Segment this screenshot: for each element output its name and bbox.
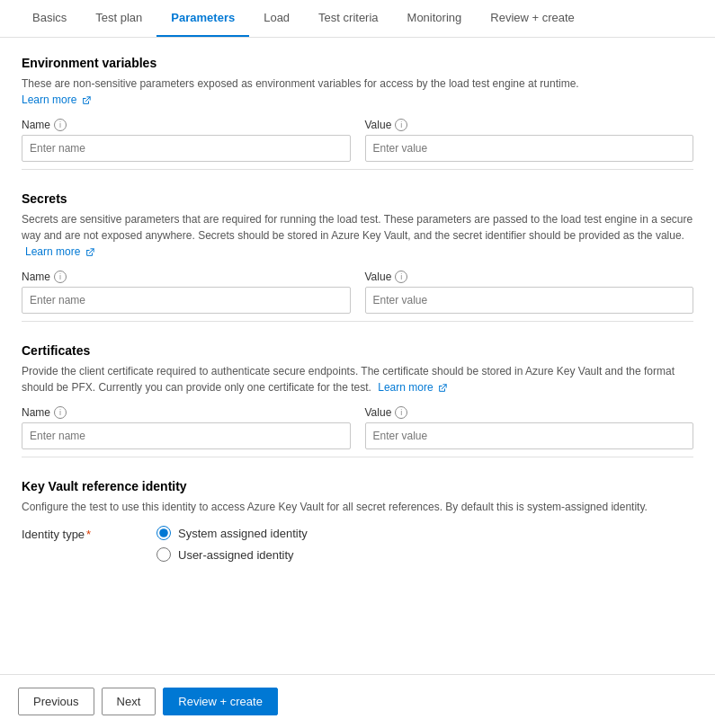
- env-vars-value-group: Value i: [365, 119, 694, 162]
- secrets-divider: [22, 321, 693, 322]
- certificates-section: Certificates Provide the client certific…: [22, 343, 693, 457]
- previous-button[interactable]: Previous: [18, 688, 94, 715]
- navigation-tabs: Basics Test plan Parameters Load Test cr…: [0, 0, 715, 38]
- certificates-value-label: Value i: [365, 406, 694, 419]
- tab-test-criteria[interactable]: Test criteria: [304, 0, 392, 37]
- env-vars-form-row: Name i Value i: [22, 119, 693, 162]
- keyvault-section: Key Vault reference identity Configure t…: [22, 479, 693, 562]
- certificates-form-row: Name i Value i: [22, 406, 693, 449]
- secrets-name-info-icon[interactable]: i: [54, 271, 67, 283]
- secrets-name-input[interactable]: [22, 287, 351, 314]
- certificates-value-group: Value i: [365, 406, 694, 449]
- certificates-name-group: Name i: [22, 406, 351, 449]
- user-assigned-radio[interactable]: [156, 547, 171, 562]
- user-assigned-option[interactable]: User-assigned identity: [156, 547, 308, 562]
- identity-type-row: Identity type* System assigned identity …: [22, 526, 693, 562]
- certificates-name-info-icon[interactable]: i: [54, 406, 67, 419]
- env-vars-name-label: Name i: [22, 119, 351, 131]
- secrets-external-link-icon: [85, 248, 94, 257]
- env-vars-name-group: Name i: [22, 119, 351, 162]
- tab-parameters[interactable]: Parameters: [156, 0, 249, 37]
- env-vars-name-input[interactable]: [22, 135, 351, 162]
- secrets-title: Secrets: [22, 191, 693, 206]
- system-assigned-radio[interactable]: [156, 526, 171, 540]
- certificates-description: Provide the client certificate required …: [22, 363, 693, 395]
- env-vars-value-label: Value i: [365, 119, 694, 131]
- keyvault-description: Configure the test to use this identity …: [22, 499, 693, 515]
- certificates-value-info-icon[interactable]: i: [395, 406, 407, 419]
- keyvault-title: Key Vault reference identity: [22, 479, 693, 493]
- tab-load[interactable]: Load: [249, 0, 304, 37]
- main-content: Environment variables These are non-sens…: [0, 38, 715, 598]
- env-vars-description: These are non-sensitive parameters expos…: [22, 75, 693, 108]
- certificates-name-input[interactable]: [22, 422, 351, 449]
- env-vars-title: Environment variables: [22, 56, 693, 70]
- certificates-learn-more-link[interactable]: Learn more: [378, 381, 433, 394]
- tab-review-create[interactable]: Review + create: [476, 0, 589, 37]
- env-vars-value-info-icon[interactable]: i: [395, 119, 407, 131]
- identity-type-label: Identity type*: [22, 526, 139, 541]
- certificates-value-input[interactable]: [365, 422, 694, 449]
- review-create-button[interactable]: Review + create: [163, 688, 278, 715]
- tab-test-plan[interactable]: Test plan: [81, 0, 156, 37]
- secrets-value-input[interactable]: [365, 287, 694, 314]
- secrets-value-label: Value i: [365, 271, 694, 283]
- secrets-description: Secrets are sensitive parameters that ar…: [22, 211, 693, 260]
- user-assigned-label: User-assigned identity: [178, 548, 294, 562]
- certificates-title: Certificates: [22, 343, 693, 358]
- secrets-name-label: Name i: [22, 271, 351, 283]
- certificates-external-link-icon: [438, 384, 447, 393]
- footer: Previous Next Review + create: [0, 674, 715, 728]
- secrets-section: Secrets Secrets are sensitive parameters…: [22, 191, 693, 322]
- env-vars-divider: [22, 169, 693, 170]
- tab-monitoring[interactable]: Monitoring: [393, 0, 477, 37]
- secrets-value-info-icon[interactable]: i: [395, 271, 407, 283]
- env-vars-learn-more-link[interactable]: Learn more: [22, 93, 76, 106]
- certificates-name-label: Name i: [22, 406, 351, 419]
- env-vars-name-info-icon[interactable]: i: [54, 119, 67, 131]
- secrets-name-group: Name i: [22, 271, 351, 314]
- external-link-icon: [82, 96, 91, 105]
- certificates-divider: [22, 457, 693, 457]
- secrets-value-group: Value i: [365, 271, 694, 314]
- system-assigned-label: System assigned identity: [178, 527, 308, 540]
- secrets-form-row: Name i Value i: [22, 271, 693, 314]
- secrets-learn-more-link[interactable]: Learn more: [25, 245, 80, 258]
- tab-basics[interactable]: Basics: [18, 0, 81, 37]
- system-assigned-option[interactable]: System assigned identity: [156, 526, 308, 540]
- identity-radio-group: System assigned identity User-assigned i…: [156, 526, 308, 562]
- next-button[interactable]: Next: [102, 688, 156, 715]
- env-vars-value-input[interactable]: [365, 135, 694, 162]
- env-vars-section: Environment variables These are non-sens…: [22, 56, 693, 170]
- required-indicator: *: [86, 528, 91, 541]
